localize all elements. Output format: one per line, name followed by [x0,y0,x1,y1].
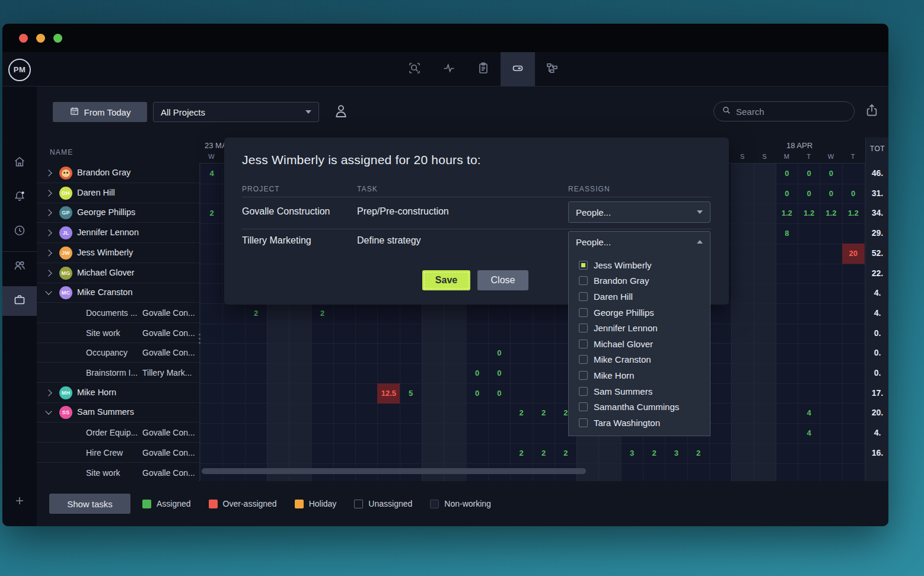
hours-cell[interactable]: 8 [776,223,798,244]
horizontal-scrollbar-thumb[interactable] [202,468,586,474]
hours-cell[interactable]: 2 [311,303,334,324]
tab-workload-card[interactable] [501,52,535,87]
dropdown-option[interactable]: Jennifer Lennon [569,320,710,336]
export-button[interactable] [861,101,882,122]
checkbox-unchecked[interactable] [579,371,588,380]
hours-cell[interactable]: 2 [200,203,223,223]
hours-cell[interactable]: 2 [533,403,555,423]
sidebar-item-home[interactable] [2,148,37,178]
hours-cell[interactable]: 4 [200,164,223,184]
sidebar-item-time[interactable] [2,217,37,247]
person-row[interactable]: MHMike Horn [37,383,200,403]
hours-cell[interactable]: 2 [245,303,267,324]
hours-cell[interactable]: 0 [776,184,798,204]
task-row[interactable]: Documents ...Govalle Con... [37,303,200,323]
hours-cell[interactable]: 0 [820,184,842,204]
hours-cell[interactable]: 0 [466,383,489,404]
hours-cell-overassigned[interactable]: 20 [842,244,865,264]
hours-cell[interactable]: 4 [798,423,820,443]
hours-cell[interactable]: 0 [466,363,489,383]
chevron-right-icon[interactable] [45,210,52,216]
person-row[interactable]: MGMichael Glover [37,263,200,283]
tab-activity[interactable] [432,52,466,87]
hours-cell[interactable]: 5 [400,383,422,404]
hours-cell[interactable]: 2 [510,403,533,423]
dropdown-option[interactable]: Mike Horn [569,367,710,383]
chevron-right-icon[interactable] [45,249,52,256]
save-button[interactable]: Save [422,270,470,290]
checkbox-unchecked[interactable] [579,387,588,396]
dropdown-option[interactable]: Samantha Cummings [569,399,710,415]
checkbox-unchecked[interactable] [579,418,588,427]
chevron-down-icon[interactable] [45,289,52,295]
close-button[interactable]: Close [477,270,528,290]
chevron-down-icon[interactable] [45,408,52,415]
sidebar-item-team[interactable] [2,252,37,281]
checkbox-unchecked[interactable] [579,340,588,348]
search-input[interactable] [736,107,837,117]
hours-cell[interactable]: 0 [820,164,842,184]
dropdown-option[interactable]: George Phillips [569,305,710,321]
sidebar-item-help[interactable] [2,521,37,526]
task-row[interactable]: Site workGovalle Con... [37,323,200,343]
hours-cell[interactable]: 0 [488,383,511,404]
task-row[interactable]: Order Equip...Govalle Con... [37,423,200,443]
person-row[interactable]: JLJennifer Lennon [37,223,200,243]
person-row[interactable]: GPGeorge Phillips [37,203,200,223]
chevron-right-icon[interactable] [45,270,52,276]
reassign-people-select[interactable]: People... [568,231,710,252]
reassign-people-select[interactable]: People... [568,201,710,223]
chevron-right-icon[interactable] [45,169,52,176]
tab-zoom-search[interactable] [397,52,432,87]
from-today-button[interactable]: From Today [53,102,147,122]
checkbox-checked[interactable] [579,261,588,270]
hours-cell[interactable]: 0 [488,343,511,363]
sidebar-item-work[interactable] [2,286,37,316]
hours-cell[interactable]: 1.2 [798,203,820,223]
checkbox-unchecked[interactable] [579,324,588,332]
hours-cell[interactable]: 0 [798,164,820,184]
dropdown-option[interactable]: Daren Hill [569,289,710,305]
close-window-button[interactable] [19,34,28,43]
person-row[interactable]: DHDaren Hill [37,183,200,203]
chevron-right-icon[interactable] [45,229,52,236]
task-row[interactable]: Hire CrewGovalle Con... [37,443,200,463]
hours-cell[interactable]: 3 [621,443,643,463]
hours-cell[interactable]: 2 [643,443,665,463]
show-tasks-button[interactable]: Show tasks [49,494,130,514]
tab-clipboard[interactable] [466,52,501,87]
task-row[interactable]: OccupancyGovalle Con... [37,343,200,363]
hours-cell[interactable]: 3 [665,443,687,463]
person-row[interactable]: JWJess Wimberly [37,243,200,263]
panel-resize-handle[interactable] [199,334,200,346]
hours-cell[interactable]: 0 [776,164,798,184]
dropdown-option[interactable]: Michael Glover [569,336,710,352]
people-filter-button[interactable] [330,101,352,123]
checkbox-unchecked[interactable] [579,308,588,317]
hours-cell[interactable]: 4 [798,403,820,423]
hours-cell[interactable]: 2 [687,443,710,463]
search-box[interactable] [713,101,855,121]
dropdown-option[interactable]: Brandon Gray [569,273,710,289]
hours-cell[interactable]: 0 [798,184,820,204]
hours-cell[interactable]: 1.2 [820,203,842,223]
hours-cell[interactable]: 2 [533,443,555,463]
hours-cell[interactable]: 2 [555,443,577,463]
hours-cell[interactable]: 1.2 [842,203,865,223]
hours-cell[interactable]: 0 [488,363,511,383]
tab-sitemap[interactable] [535,52,569,87]
hours-cell[interactable]: 2 [510,443,533,463]
task-row[interactable]: Brainstorm I...Tillery Mark... [37,363,200,383]
dropdown-option[interactable]: Tara Washington [569,415,710,431]
dropdown-option[interactable]: Mike Cranston [569,352,710,368]
sidebar-item-notifications[interactable] [2,183,37,212]
zoom-window-button[interactable] [53,34,62,43]
checkbox-unchecked[interactable] [579,355,588,364]
hours-cell[interactable]: 1.2 [776,203,798,223]
chevron-right-icon[interactable] [45,190,52,196]
person-row[interactable]: Brandon Gray [37,163,200,183]
hours-cell-overassigned[interactable]: 12.5 [377,383,400,404]
project-filter-select[interactable]: All Projects [153,102,319,122]
checkbox-unchecked[interactable] [579,276,588,285]
chevron-right-icon[interactable] [45,389,52,396]
